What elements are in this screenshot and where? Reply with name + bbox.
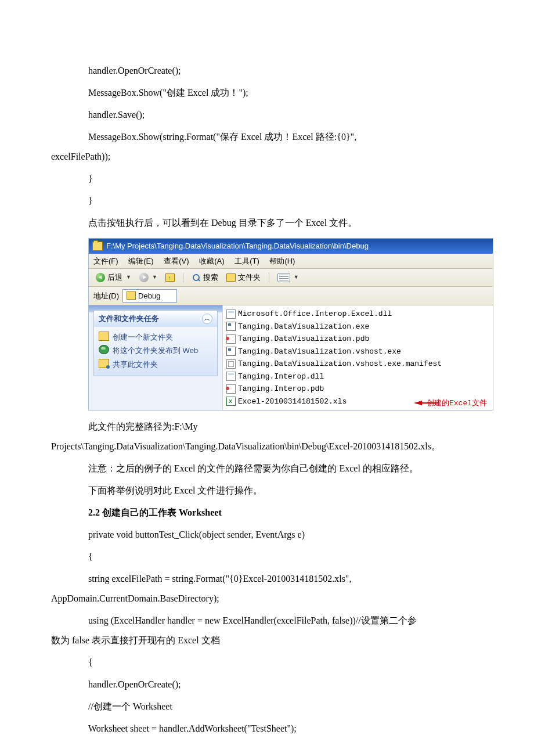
file-list: Microsoft.Office.Interop.Excel.dll Tangi… xyxy=(222,305,493,410)
titlebar-path: F:\My Projects\Tanging.DataVisualization… xyxy=(106,240,369,252)
code-line: excelFilePath)); xyxy=(51,150,483,164)
code-line: handler.OpenOrCreate(); xyxy=(51,64,483,78)
file-row[interactable]: Tanging.Interop.dll xyxy=(226,370,489,383)
separator xyxy=(269,272,269,283)
address-label: 地址(D) xyxy=(93,290,119,302)
views-icon xyxy=(277,273,290,282)
file-row[interactable]: Tanging.DataVisualization.vshost.exe.man… xyxy=(226,358,489,370)
code-line: } xyxy=(51,172,483,186)
views-button[interactable]: ▼ xyxy=(275,272,301,283)
folders-icon xyxy=(226,273,236,282)
titlebar[interactable]: F:\My Projects\Tanging.DataVisualization… xyxy=(89,239,493,254)
exe-file-icon xyxy=(226,347,236,356)
code-line: MessageBox.Show("创建 Excel 成功！"); xyxy=(51,86,483,100)
chevron-down-icon: ▼ xyxy=(126,273,131,282)
tasks-panel: 文件和文件夹任务 ︿ 创建一个新文件夹 将这个文件夹发布到 Web 共享此文件夹 xyxy=(89,305,222,410)
pdb-file-icon xyxy=(226,384,236,394)
folder-icon xyxy=(92,242,103,251)
menubar: 文件(F) 编辑(E) 查看(V) 收藏(A) 工具(T) 帮助(H) xyxy=(89,254,493,269)
menu-edit[interactable]: 编辑(E) xyxy=(128,257,153,265)
code-line: 数为 false 表示直接打开现有的 Excel 文档 xyxy=(51,633,483,647)
address-field[interactable]: Debug xyxy=(122,289,177,303)
menu-file[interactable]: 文件(F) xyxy=(93,257,118,265)
dll-file-icon xyxy=(226,372,236,381)
menu-tools[interactable]: 工具(T) xyxy=(234,257,259,265)
menu-view[interactable]: 查看(V) xyxy=(164,257,189,265)
toolbar: 后退 ▼ ▼ 搜索 文件夹 ▼ xyxy=(89,269,493,287)
forward-button[interactable]: ▼ xyxy=(137,272,160,283)
folder-icon xyxy=(127,291,136,300)
search-label: 搜索 xyxy=(203,272,218,283)
paragraph: Projects\Tanging.DataVisualization\Tangi… xyxy=(51,440,483,453)
chevron-down-icon: ▼ xyxy=(294,273,299,282)
task-item-publish-web[interactable]: 将这个文件夹发布到 Web xyxy=(99,344,212,358)
code-line: { xyxy=(51,550,483,564)
task-label: 创建一个新文件夹 xyxy=(113,332,173,343)
chevron-down-icon: ▼ xyxy=(152,273,157,282)
file-name: Tanging.DataVisualization.vshost.exe.man… xyxy=(238,358,442,370)
code-line: MessageBox.Show(string.Format("保存 Excel … xyxy=(51,130,483,144)
code-line: handler.Save(); xyxy=(51,108,483,122)
tasks-header-label: 文件和文件夹任务 xyxy=(99,313,159,325)
file-row[interactable]: Tanging.DataVisualization.vshost.exe xyxy=(226,345,489,358)
dll-file-icon xyxy=(226,309,236,319)
task-label: 将这个文件夹发布到 Web xyxy=(113,345,198,357)
separator xyxy=(183,272,183,283)
file-name: Tanging.Interop.pdb xyxy=(238,383,324,395)
back-label: 后退 xyxy=(107,272,122,283)
arrow-icon xyxy=(414,401,422,405)
file-row[interactable]: Tanging.Interop.pdb xyxy=(226,383,489,395)
task-item-share[interactable]: 共享此文件夹 xyxy=(99,358,212,372)
file-name: Excel-20100314181502.xls xyxy=(238,396,347,408)
menu-favorites[interactable]: 收藏(A) xyxy=(199,257,224,265)
paragraph: 注意：之后的例子的 Excel 的文件的路径需要为你自己创建的 Excel 的相… xyxy=(51,462,483,476)
code-line: string excelFilePath = string.Format("{0… xyxy=(51,572,483,586)
code-line: } xyxy=(51,194,483,208)
code-line: Worksheet sheet = handler.AddWorksheet("… xyxy=(51,722,483,736)
tasks-header[interactable]: 文件和文件夹任务 ︿ xyxy=(94,311,217,327)
manifest-file-icon xyxy=(226,359,236,369)
forward-icon xyxy=(139,273,149,282)
code-line: { xyxy=(51,656,483,669)
share-folder-icon xyxy=(99,359,109,368)
back-icon xyxy=(96,273,105,282)
file-name: Tanging.DataVisualization.exe xyxy=(238,321,369,333)
file-name: Tanging.DataVisualization.pdb xyxy=(238,333,369,345)
back-button[interactable]: 后退 ▼ xyxy=(93,271,134,284)
explorer-window: F:\My Projects\Tanging.DataVisualization… xyxy=(88,238,493,411)
file-row[interactable]: Tanging.DataVisualization.exe xyxy=(226,321,489,333)
search-button[interactable]: 搜索 xyxy=(189,271,221,284)
tasks-box: 文件和文件夹任务 ︿ 创建一个新文件夹 将这个文件夹发布到 Web 共享此文件夹 xyxy=(93,310,218,376)
code-line: handler.OpenOrCreate(); xyxy=(51,678,483,692)
file-name: Microsoft.Office.Interop.Excel.dll xyxy=(238,308,392,320)
xls-file-icon xyxy=(226,397,236,406)
address-value: Debug xyxy=(138,290,160,302)
task-item-new-folder[interactable]: 创建一个新文件夹 xyxy=(99,330,212,344)
menu-help[interactable]: 帮助(H) xyxy=(269,257,295,265)
file-name: Tanging.DataVisualization.vshost.exe xyxy=(238,346,401,358)
file-row[interactable]: Tanging.DataVisualization.pdb xyxy=(226,333,489,345)
explorer-body: 文件和文件夹任务 ︿ 创建一个新文件夹 将这个文件夹发布到 Web 共享此文件夹 xyxy=(89,305,493,410)
folders-button[interactable]: 文件夹 xyxy=(224,271,263,284)
pdb-file-icon xyxy=(226,334,236,344)
up-button[interactable] xyxy=(163,273,177,282)
folders-label: 文件夹 xyxy=(238,272,261,283)
heading-2-2: 2.2 创建自己的工作表 Worksheet xyxy=(51,506,483,520)
code-line: private void buttonTest_Click(object sen… xyxy=(51,528,483,542)
search-icon xyxy=(192,273,201,282)
folder-icon xyxy=(99,332,109,341)
paragraph: 此文件的完整路径为:F:\My xyxy=(51,420,483,434)
code-line: using (ExcelHandler handler = new ExcelH… xyxy=(51,614,483,628)
annotation-arrow: 创建的Excel文件 xyxy=(414,398,487,409)
up-folder-icon xyxy=(165,273,175,282)
code-line: AppDomain.CurrentDomain.BaseDirectory); xyxy=(51,592,483,606)
paragraph: 下面将举例说明对此 Excel 文件进行操作。 xyxy=(51,484,483,498)
file-row[interactable]: Microsoft.Office.Interop.Excel.dll xyxy=(226,308,489,321)
code-line: //创建一个 Worksheet xyxy=(51,700,483,714)
collapse-icon[interactable]: ︿ xyxy=(202,314,212,324)
exe-file-icon xyxy=(226,322,236,331)
globe-icon xyxy=(99,345,109,354)
address-bar: 地址(D) Debug xyxy=(89,287,493,306)
paragraph: 点击按钮执行后，可以看到在 Debug 目录下多了一个 Excel 文件。 xyxy=(51,216,483,230)
file-name: Tanging.Interop.dll xyxy=(238,371,324,383)
